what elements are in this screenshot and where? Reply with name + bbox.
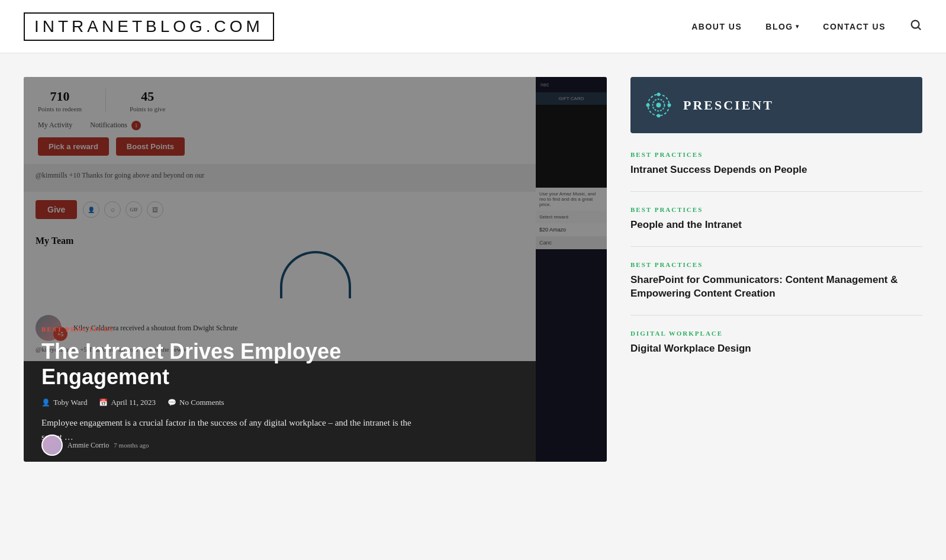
sidebar-category-1: BEST PRACTICES <box>630 151 922 158</box>
svg-point-6 <box>657 93 661 96</box>
svg-point-5 <box>657 103 661 108</box>
article-category-badge: BEST PRACTICES <box>41 326 420 333</box>
featured-article: 710 Points to redeem 45 Points to give M… <box>24 77 607 462</box>
sidebar-articles-list: BEST PRACTICES Intranet Success Depends … <box>630 151 922 370</box>
comment-time: 7 months ago <box>114 442 149 449</box>
svg-point-8 <box>646 104 650 107</box>
sidebar-category-4: DIGITAL WORKPLACE <box>630 330 922 337</box>
article-title[interactable]: The Intranet Drives Employee Engagement <box>41 339 420 390</box>
chevron-down-icon: ▾ <box>796 23 800 30</box>
article-meta: 👤 Toby Ward 📅 April 11, 2023 💬 No Commen… <box>41 398 420 407</box>
svg-point-9 <box>668 104 671 107</box>
date-meta: 📅 April 11, 2023 <box>99 398 156 407</box>
main-layout: 710 Points to redeem 45 Points to give M… <box>0 53 946 462</box>
nav-contact[interactable]: CONTACT US <box>823 22 886 31</box>
prescient-icon <box>642 89 675 121</box>
sidebar-title-3[interactable]: SharePoint for Communicators: Content Ma… <box>630 273 922 301</box>
calendar-icon: 📅 <box>99 398 108 407</box>
sidebar-article-1: BEST PRACTICES Intranet Success Depends … <box>630 151 922 192</box>
search-button[interactable] <box>909 18 922 34</box>
comment-icon: 💬 <box>168 398 176 407</box>
site-logo[interactable]: INTRANETBLOG.COM <box>24 12 274 41</box>
sidebar-title-4[interactable]: Digital Workplace Design <box>630 342 922 356</box>
person-icon: 👤 <box>41 398 50 407</box>
sidebar-title-1[interactable]: Intranet Success Depends on People <box>630 163 922 177</box>
site-header: INTRANETBLOG.COM ABOUT US BLOG ▾ CONTACT… <box>0 0 946 53</box>
main-nav: ABOUT US BLOG ▾ CONTACT US <box>691 18 922 34</box>
comment-row: Ammie Corrio 7 months ago <box>41 435 149 456</box>
comments-count: No Comments <box>179 398 224 407</box>
comments-meta: 💬 No Comments <box>168 398 224 407</box>
svg-point-7 <box>657 114 661 118</box>
article-image: 710 Points to redeem 45 Points to give M… <box>24 77 607 462</box>
nav-about[interactable]: ABOUT US <box>691 22 742 31</box>
article-date: April 11, 2023 <box>111 398 156 407</box>
sidebar-article-3: BEST PRACTICES SharePoint for Communicat… <box>630 261 922 316</box>
prescient-brand-name: PRESCIENT <box>683 98 774 113</box>
author-meta: 👤 Toby Ward <box>41 398 87 407</box>
svg-point-0 <box>912 21 919 28</box>
author-name: Toby Ward <box>53 398 87 407</box>
svg-line-1 <box>918 27 921 30</box>
sidebar-category-2: BEST PRACTICES <box>630 206 922 213</box>
commenter-name: Ammie Corrio <box>67 441 109 450</box>
nav-blog[interactable]: BLOG ▾ <box>765 22 799 31</box>
sidebar-article-4: DIGITAL WORKPLACE Digital Workplace Desi… <box>630 330 922 370</box>
commenter-avatar <box>41 435 63 456</box>
sidebar-category-3: BEST PRACTICES <box>630 261 922 268</box>
right-sidebar: PRESCIENT BEST PRACTICES Intranet Succes… <box>630 77 922 462</box>
sidebar-article-2: BEST PRACTICES People and the Intranet <box>630 206 922 247</box>
sidebar-title-2[interactable]: People and the Intranet <box>630 218 922 232</box>
prescient-banner: PRESCIENT <box>630 77 922 133</box>
